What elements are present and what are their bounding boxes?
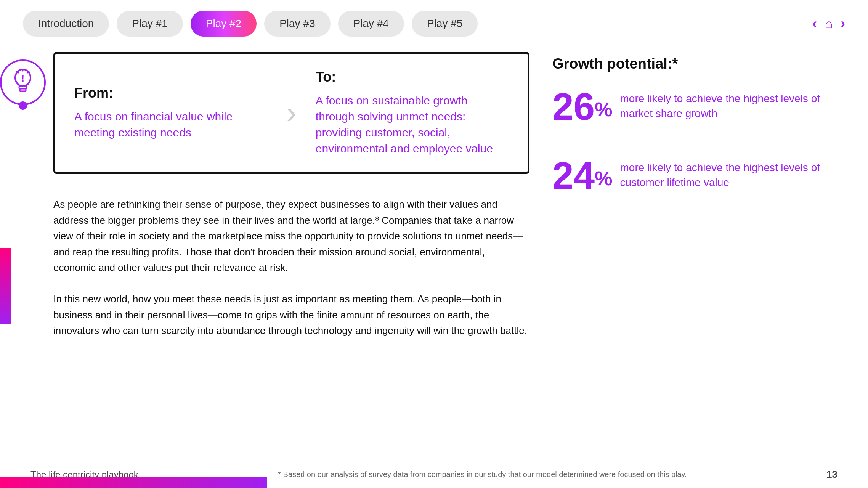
icon-dot — [19, 101, 27, 110]
to-section: To: A focus on sustainable growth throug… — [316, 69, 509, 157]
stat2-text: more likely to achieve the highest level… — [620, 160, 838, 190]
tab-play4[interactable]: Play #4 — [338, 11, 404, 37]
play-icon-container: ! — [0, 59, 46, 105]
from-label: From: — [74, 85, 267, 101]
nav-controls: ‹ ⌂ › — [812, 16, 845, 32]
bottom-bar — [0, 477, 267, 488]
footer-page: 13 — [826, 469, 838, 480]
play-icon-circle: ! — [0, 59, 46, 105]
body-paragraph-2: In this new world, how you meet these ne… — [53, 291, 529, 339]
svg-text:!: ! — [21, 73, 24, 83]
tab-play2[interactable]: Play #2 — [191, 11, 257, 37]
stat1-percent: % — [595, 98, 612, 121]
stat1-number: 26 — [552, 87, 595, 125]
tab-introduction[interactable]: Introduction — [23, 11, 109, 37]
svg-rect-1 — [19, 86, 27, 88]
navigation: Introduction Play #1 Play #2 Play #3 Pla… — [0, 0, 868, 44]
lightbulb-icon: ! — [11, 67, 34, 98]
svg-rect-2 — [20, 89, 26, 91]
left-accent-bar — [0, 248, 11, 324]
prev-arrow[interactable]: ‹ — [812, 16, 817, 32]
footer-note: * Based on our analysis of survey data f… — [278, 470, 687, 479]
from-text: A focus on financial value while meeting… — [74, 109, 267, 141]
body-text: As people are rethinking their sense of … — [53, 197, 529, 339]
growth-title: Growth potential:* — [552, 56, 838, 72]
left-section: ! From: A focus on financial value while… — [30, 52, 529, 354]
to-text: A focus on sustainable growth through so… — [316, 93, 509, 157]
stat2-percent: % — [595, 167, 612, 190]
stat1-text: more likely to achieve the highest level… — [620, 91, 838, 121]
body-paragraph-1: As people are rethinking their sense of … — [53, 197, 529, 276]
next-arrow[interactable]: › — [841, 16, 845, 32]
home-icon[interactable]: ⌂ — [825, 16, 833, 32]
tab-play5[interactable]: Play #5 — [412, 11, 478, 37]
from-to-box: From: A focus on financial value while m… — [53, 52, 529, 174]
to-label: To: — [316, 69, 509, 85]
tab-play3[interactable]: Play #3 — [264, 11, 330, 37]
arrow-separator: › — [282, 95, 300, 130]
stat-block-1: 26 % more likely to achieve the highest … — [552, 87, 838, 125]
from-section: From: A focus on financial value while m… — [74, 85, 267, 141]
tab-play1[interactable]: Play #1 — [117, 11, 183, 37]
stat-divider — [552, 141, 838, 141]
stat-block-2: 24 % more likely to achieve the highest … — [552, 156, 838, 194]
main-content: ! From: A focus on financial value while… — [0, 44, 868, 362]
stat2-number: 24 — [552, 156, 595, 194]
right-section: Growth potential:* 26 % more likely to a… — [552, 52, 838, 354]
